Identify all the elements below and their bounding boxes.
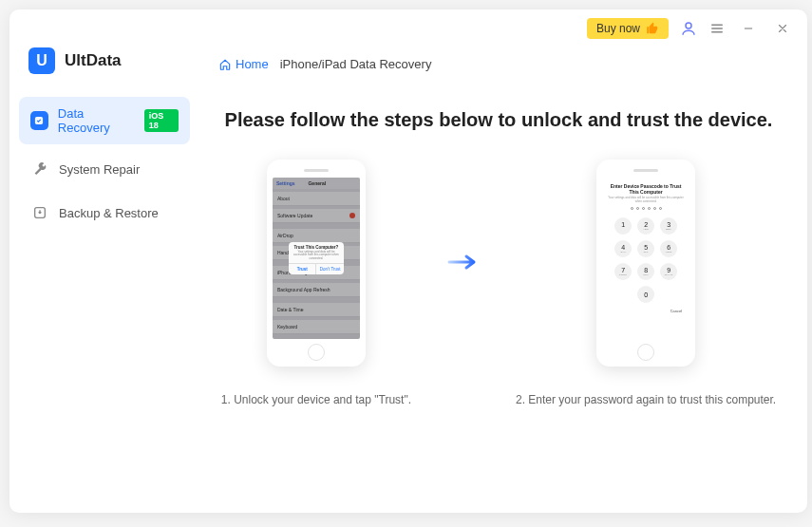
passcode-subtitle: Your settings and data will be accessibl… — [602, 195, 689, 207]
phone-screen-passcode: Enter Device Passcode to Trust This Comp… — [602, 178, 689, 339]
titlebar: Buy now — [9, 9, 807, 47]
brand-name: UltData — [65, 51, 122, 70]
buy-now-label: Buy now — [596, 22, 640, 35]
key-9: 9WXYZ — [660, 263, 677, 280]
trust-dialog-body: Your settings and data will be accessibl… — [289, 251, 344, 264]
key-3: 3DEF — [660, 217, 677, 235]
instruction-title: Please follow the steps below to unlock … — [218, 109, 779, 131]
ios-badge: iOS 18 — [144, 109, 179, 132]
breadcrumb-home[interactable]: Home — [218, 57, 269, 71]
passcode-dots — [602, 207, 689, 210]
pass-dot — [659, 207, 662, 210]
pass-dot — [642, 207, 645, 210]
steps-row: Settings General About Software Update — [218, 160, 779, 406]
step-1: Settings General About Software Update — [221, 160, 411, 406]
phone-speaker — [304, 169, 329, 172]
keypad: 1 2ABC 3DEF 4GHI 5JKL 6MNO 7PQRS 8TUV 9W… — [602, 217, 689, 303]
key-2: 2ABC — [637, 217, 654, 235]
passcode-cancel: Cancel — [602, 303, 689, 313]
phone-mock-2: Enter Device Passcode to Trust This Comp… — [596, 160, 695, 367]
breadcrumb-home-label: Home — [236, 57, 269, 71]
brand-logo: U — [28, 47, 55, 74]
buy-now-button[interactable]: Buy now — [587, 18, 669, 39]
app-body: U UltData Data Recovery iOS 18 System Re… — [9, 47, 807, 513]
brand: U UltData — [19, 47, 190, 97]
arrow-right-icon — [447, 253, 480, 272]
breadcrumb: Home iPhone/iPad Data Recovery — [218, 57, 779, 71]
data-recovery-icon — [30, 111, 48, 130]
step-2: Enter Device Passcode to Trust This Comp… — [516, 160, 776, 406]
key-5: 5JKL — [637, 240, 654, 257]
close-button[interactable] — [771, 17, 794, 40]
pass-dot — [653, 207, 656, 210]
sidebar-item-label: System Repair — [59, 162, 140, 177]
phone-mock-1: Settings General About Software Update — [267, 160, 366, 367]
trust-dialog-buttons: Trust Don't Trust — [289, 263, 344, 274]
key-8: 8TUV — [637, 263, 654, 280]
trust-button: Trust — [289, 264, 317, 274]
main-content: Home iPhone/iPad Data Recovery Please fo… — [199, 47, 807, 513]
key-4: 4GHI — [614, 240, 632, 257]
trust-dialog: Trust This Computer? Your settings and d… — [289, 242, 344, 275]
pass-dot — [631, 207, 633, 210]
step-1-caption: 1. Unlock your device and tap "Trust". — [221, 393, 411, 406]
menu-icon[interactable] — [708, 20, 726, 37]
key-0: 0 — [637, 286, 654, 303]
pass-dot — [636, 207, 639, 210]
sidebar-item-label: Data Recovery — [58, 106, 135, 135]
key-7: 7PQRS — [614, 263, 632, 280]
brand-logo-letter: U — [36, 52, 47, 69]
sidebar-item-data-recovery[interactable]: Data Recovery iOS 18 — [19, 97, 190, 144]
key-1: 1 — [614, 217, 632, 235]
sidebar-item-system-repair[interactable]: System Repair — [19, 150, 190, 188]
passcode-title: Enter Device Passcode to Trust This Comp… — [602, 183, 689, 195]
dont-trust-button: Don't Trust — [316, 264, 344, 274]
sidebar-item-label: Backup & Restore — [59, 206, 159, 220]
minimize-button[interactable] — [737, 17, 760, 40]
backup-icon — [30, 203, 49, 222]
home-icon — [218, 58, 232, 71]
thumbs-up-icon — [646, 22, 659, 35]
sidebar: U UltData Data Recovery iOS 18 System Re… — [9, 47, 199, 513]
step-2-caption: 2. Enter your password again to trust th… — [516, 393, 776, 406]
sidebar-item-backup-restore[interactable]: Backup & Restore — [19, 194, 190, 232]
phone-screen-settings: Settings General About Software Update — [273, 178, 360, 339]
home-button-icon — [308, 344, 325, 361]
home-button-icon — [637, 344, 654, 361]
pass-dot — [648, 207, 651, 210]
app-window: Buy now U UltData — [9, 9, 807, 513]
breadcrumb-current: iPhone/iPad Data Recovery — [280, 57, 432, 71]
account-icon[interactable] — [680, 20, 697, 37]
key-6: 6MNO — [660, 240, 677, 257]
phone-speaker — [633, 169, 658, 172]
wrench-icon — [30, 160, 49, 179]
dialog-overlay: Trust This Computer? Your settings and d… — [273, 178, 360, 339]
